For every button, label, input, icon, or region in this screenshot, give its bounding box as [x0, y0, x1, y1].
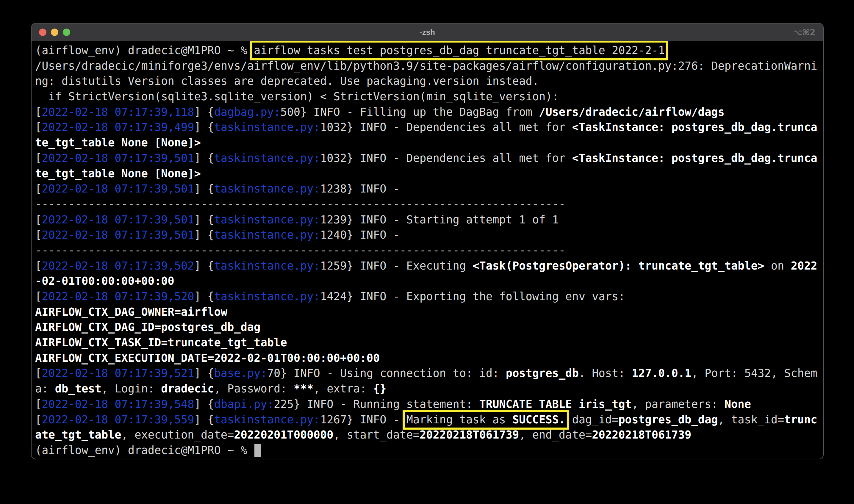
highlight-annotation-box: airflow tasks test postgres_db_dag trunc… — [254, 44, 665, 57]
log-timestamp: 2022-02-18 07:17:39,501 — [42, 152, 194, 164]
log-text: dag_id= — [565, 413, 618, 426]
log-timestamp: 2022-02-18 07:17:39,501 — [42, 229, 194, 241]
terminal-line: te_tgt_table None [None]> — [35, 135, 819, 150]
terminal-line: [2022-02-18 07:17:39,520] {taskinstance.… — [35, 289, 819, 304]
terminal-line: [2022-02-18 07:17:39,501] {taskinstance.… — [35, 212, 819, 228]
terminal-line: ate_tgt_table, execution_date=20220201T0… — [35, 427, 819, 443]
log-timestamp: dbapi.py: — [214, 398, 273, 411]
terminal-line: [2022-02-18 07:17:39,499] {taskinstance.… — [35, 120, 819, 135]
log-text: 1239} INFO - Starting attempt 1 of 1 — [320, 213, 559, 226]
log-timestamp: base.py: — [214, 367, 267, 380]
log-timestamp: 2022-02-18 07:17:39,548 — [42, 398, 194, 411]
log-bold-text: <TaskInstance: postgres_db_dag.trunca — [572, 121, 817, 133]
log-bold-text: postgres_db — [506, 367, 579, 380]
log-text: [ — [35, 152, 42, 164]
log-bold-text: te_tgt_table None [None]> — [35, 167, 201, 180]
log-text: [ — [35, 259, 42, 272]
traffic-lights — [32, 29, 70, 36]
log-timestamp: 2022-02-18 07:17:39,520 — [42, 290, 194, 303]
log-text: if StrictVersion(sqlite3.sqlite_version)… — [35, 90, 559, 103]
log-bold-text: <TaskInstance: postgres_db_dag.trunca — [572, 152, 817, 164]
log-bold-text: AIRFLOW_CTX_EXECUTION_DATE=2022-02-01T00… — [35, 352, 380, 364]
log-bold-text: dradecic — [161, 382, 214, 395]
terminal-line: [2022-02-18 07:17:39,559] {taskinstance.… — [35, 412, 819, 428]
terminal-line: [2022-02-18 07:17:39,501] {taskinstance.… — [35, 181, 819, 197]
log-timestamp: taskinstance.py: — [214, 290, 320, 303]
log-bold-text: SUCCESS. — [512, 413, 565, 426]
log-text: , Password: — [214, 382, 293, 395]
log-text: ----------------------------------------… — [35, 244, 565, 257]
terminal-line: [2022-02-18 07:17:39,501] {taskinstance.… — [35, 150, 819, 166]
log-text: 1259} INFO - Executing — [320, 259, 473, 272]
log-timestamp: 2022-02-18 07:17:39,501 — [42, 213, 194, 226]
close-button[interactable] — [39, 29, 47, 36]
log-bold-text: *** — [294, 382, 314, 395]
log-text: , end_date= — [519, 428, 592, 441]
log-text: [ — [35, 229, 42, 241]
terminal-line: (airflow_env) dradecic@M1PRO ~ % airflow… — [35, 43, 819, 58]
desktop-background: -zsh ⌥⌘2 (airflow_env) dradecic@M1PRO ~ … — [0, 0, 854, 504]
log-text: [ — [35, 290, 42, 303]
log-timestamp: taskinstance.py: — [214, 413, 320, 426]
log-bold-text: <Task(PostgresOperator): truncate_tgt_ta… — [473, 259, 764, 272]
log-text: 1032} INFO - Dependencies all met for — [320, 121, 572, 133]
log-text: ] { — [194, 229, 214, 241]
log-text: [ — [35, 413, 42, 426]
log-text: ] { — [194, 367, 214, 380]
minimize-button[interactable] — [51, 29, 58, 36]
log-timestamp: dagbag.py: — [214, 106, 280, 119]
log-text: [ — [35, 106, 42, 119]
log-text: 70} INFO - Using connection to: id: — [267, 367, 506, 380]
log-text: ] { — [194, 106, 214, 119]
log-text: ] { — [194, 290, 214, 303]
log-bold-text: db_test — [55, 382, 102, 395]
log-text: 1240} INFO - — [320, 229, 406, 241]
log-bold-text: 2022 — [791, 259, 817, 272]
log-text: 1424} INFO - Exporting the following env… — [320, 290, 625, 303]
terminal-line: ----------------------------------------… — [35, 243, 819, 258]
log-bold-text: -02-01T00:00:00+00:00 — [35, 275, 175, 287]
zoom-button[interactable] — [63, 29, 70, 36]
log-bold-text: te_tgt_table None [None]> — [35, 136, 201, 149]
log-text: ] { — [194, 259, 214, 272]
log-bold-text: {} — [373, 382, 386, 395]
log-text: airflow tasks test postgres_db_dag trunc… — [254, 44, 665, 57]
terminal-line: [2022-02-18 07:17:39,118] {dagbag.py:500… — [35, 104, 819, 120]
log-bold-text: 127.0.0.1 — [632, 367, 691, 380]
log-timestamp: 2022-02-18 07:17:39,521 — [42, 367, 194, 380]
log-text: [ — [35, 398, 42, 411]
log-timestamp: taskinstance.py: — [214, 182, 320, 195]
log-text: , extra: — [314, 382, 373, 395]
log-timestamp: taskinstance.py: — [214, 229, 320, 241]
terminal-line: AIRFLOW_CTX_DAG_OWNER=airflow — [35, 304, 819, 320]
log-text: ] { — [194, 152, 214, 164]
log-text: ] { — [194, 213, 214, 226]
terminal-line: -02-01T00:00:00+00:00 — [35, 273, 819, 289]
log-text: (airflow_env) dradecic@M1PRO ~ % — [35, 44, 254, 57]
log-text: ] { — [194, 121, 214, 133]
log-text: [ — [35, 213, 42, 226]
terminal-line: AIRFLOW_CTX_EXECUTION_DATE=2022-02-01T00… — [35, 350, 819, 366]
log-text: 500} INFO - Filling up the DagBag from — [280, 106, 539, 119]
terminal-line: [2022-02-18 07:17:39,502] {taskinstance.… — [35, 258, 819, 274]
log-bold-text: 20220218T061739 — [592, 428, 691, 441]
log-timestamp: 2022-02-18 07:17:39,118 — [42, 106, 194, 119]
log-text: a: — [35, 382, 55, 395]
log-text: ng: distutils Version classes are deprec… — [35, 75, 539, 88]
log-text: 1032} INFO - Dependencies all met for — [320, 152, 572, 164]
log-timestamp: 2022-02-18 07:17:39,559 — [42, 413, 194, 426]
log-text: Marking task as — [406, 413, 512, 426]
terminal-line: (airflow_env) dradecic@M1PRO ~ % — [35, 443, 819, 458]
log-bold-text: AIRFLOW_CTX_TASK_ID=truncate_tgt_table — [35, 336, 287, 349]
log-text: [ — [35, 121, 42, 133]
log-text: , task_id= — [718, 413, 784, 426]
log-text: /Users/dradecic/miniforge3/envs/airflow_… — [35, 59, 817, 72]
log-text: , Port: 5432, Schem — [691, 367, 817, 380]
log-text: [ — [35, 182, 42, 195]
terminal-body[interactable]: (airflow_env) dradecic@M1PRO ~ % airflow… — [32, 41, 823, 458]
log-timestamp: 2022-02-18 07:17:39,502 — [42, 259, 194, 272]
window-titlebar[interactable]: -zsh ⌥⌘2 — [32, 23, 823, 41]
log-text: . Host: — [579, 367, 632, 380]
log-text: [ — [35, 367, 42, 380]
terminal-line: AIRFLOW_CTX_DAG_ID=postgres_db_dag — [35, 320, 819, 335]
